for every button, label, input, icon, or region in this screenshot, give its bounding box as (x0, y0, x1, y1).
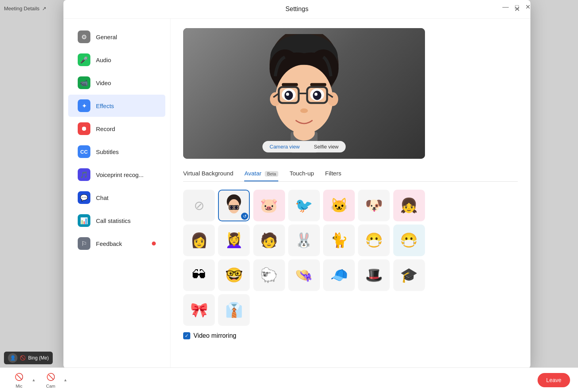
avatar-cell-pug[interactable]: 🐶 (358, 190, 390, 221)
general-icon: ⚙ (78, 30, 90, 43)
avatar-cell-fluffy[interactable]: 🐑 (253, 259, 285, 291)
avatar-cell-bird[interactable]: 🐦 (288, 190, 320, 221)
sidebar-item-feedback[interactable]: ⚐ Feedback (68, 232, 165, 255)
sidebar-label-callstats: Call statistics (96, 217, 131, 224)
avatar-cell-dark-girl[interactable]: 👩 (183, 225, 215, 256)
sidebar-item-video[interactable]: 📹 Video (68, 72, 165, 94)
svg-point-16 (285, 91, 293, 100)
avatar-cell-glasses[interactable]: 🤓 (218, 259, 250, 291)
effects-tabs: Virtual Background Avatar Beta Touch-up … (183, 167, 518, 182)
feedback-notification-badge (152, 242, 156, 245)
callstats-icon: 📊 (78, 214, 90, 227)
maximize-button[interactable]: □ (515, 4, 519, 11)
sidebar-label-general: General (96, 34, 117, 40)
chat-icon: 💬 (78, 191, 90, 204)
window-content: ⚙ General 🎤 Audio 📹 Video ✦ Effects ⏺ Re… (63, 19, 530, 368)
main-content: Camera view Selfie view Virtual Backgrou… (170, 19, 530, 368)
avatar-cell-cat[interactable]: 🐈 (323, 225, 355, 256)
sidebar-item-effects[interactable]: ✦ Effects (68, 95, 165, 117)
tab-avatar[interactable]: Avatar Beta (244, 167, 278, 181)
share-icon: ↗ (42, 6, 46, 11)
sidebar-label-effects: Effects (96, 103, 114, 109)
mic-arrow[interactable]: ▲ (30, 376, 37, 384)
video-mirroring-checkbox[interactable]: ✓ (183, 332, 190, 339)
sidebar: ⚙ General 🎤 Audio 📹 Video ✦ Effects ⏺ Re… (63, 19, 170, 368)
tab-virtual-background[interactable]: Virtual Background (183, 167, 233, 181)
avatar-preview (183, 28, 425, 159)
mic-label: Mic (15, 384, 22, 388)
sidebar-label-feedback: Feedback (96, 240, 122, 247)
window-controls: — □ ✕ (502, 3, 530, 11)
voiceprint-icon: 🎵 (78, 168, 90, 181)
sidebar-label-record: Record (96, 126, 115, 132)
avatar-cell-bun-girl[interactable]: 💆‍♀️ (218, 225, 250, 256)
camera-view-button[interactable]: Camera view (262, 141, 307, 152)
feedback-icon: ⚐ (78, 237, 90, 250)
cam-arrow[interactable]: ▲ (62, 376, 69, 384)
sidebar-item-callstats[interactable]: 📊 Call statistics (68, 209, 165, 232)
avatar-cell-bunny[interactable]: 🐰 (288, 225, 320, 256)
sidebar-item-audio[interactable]: 🎤 Audio (68, 49, 165, 71)
avatar-cell-girl[interactable]: 👧 (393, 190, 425, 221)
avatar-cell-hat2[interactable]: 🧢 (323, 259, 355, 291)
sidebar-item-record[interactable]: ⏺ Record (68, 118, 165, 140)
avatar-none[interactable]: ⊘ (183, 190, 215, 221)
avatar-grid: ⊘ ↺ 🐷 🐦 🐱 🐶 👧 (183, 190, 425, 326)
sidebar-item-voiceprint[interactable]: 🎵 Voiceprint recog... (68, 164, 165, 186)
subtitles-icon: CC (78, 145, 90, 158)
preview-view-controls: Camera view Selfie view (262, 141, 346, 152)
meeting-details-label: Meeting Details (4, 6, 40, 11)
sidebar-item-chat[interactable]: 💬 Chat (68, 186, 165, 209)
sidebar-item-general[interactable]: ⚙ General (68, 26, 165, 48)
svg-point-18 (286, 93, 289, 96)
avatar-cell-mask1[interactable]: 😷 (358, 225, 390, 256)
video-mirroring-label: Video mirroring (193, 332, 236, 339)
refresh-icon: ↺ (241, 213, 248, 220)
svg-point-17 (313, 91, 321, 100)
audio-icon: 🎤 (78, 53, 90, 66)
avatar-cell-grad[interactable]: 🎓 (393, 259, 425, 291)
leave-button[interactable]: Leave (538, 373, 570, 387)
user-muted-mic-icon: 🚫 (20, 355, 26, 361)
record-icon: ⏺ (78, 122, 90, 135)
sidebar-label-subtitles: Subtitles (96, 148, 119, 155)
sidebar-item-subtitles[interactable]: CC Subtitles (68, 141, 165, 163)
svg-point-20 (300, 108, 308, 113)
svg-point-22 (293, 125, 315, 141)
selfie-view-button[interactable]: Selfie view (307, 141, 346, 152)
svg-point-28 (235, 206, 238, 209)
settings-title: Settings (285, 6, 308, 13)
sidebar-label-voiceprint: Voiceprint recog... (96, 171, 144, 178)
cam-muted-icon: 🚫 (45, 371, 56, 382)
user-name-label: Bing (Me) (28, 355, 49, 361)
svg-rect-7 (282, 83, 298, 86)
tab-touchup[interactable]: Touch-up (289, 167, 314, 181)
avatar-cell-pig[interactable]: 🐷 (253, 190, 285, 221)
tab-filters[interactable]: Filters (325, 167, 341, 181)
avatar-cell-boy2[interactable]: 🧑 (253, 225, 285, 256)
app-close-button[interactable]: ✕ (525, 3, 530, 11)
sidebar-label-audio: Audio (96, 57, 111, 63)
mic-button[interactable]: 🚫 Mic (8, 370, 30, 390)
avatar-svg (253, 34, 356, 153)
camera-label: Cam (46, 384, 55, 388)
bottom-bar: 🚫 Mic ▲ 🚫 Cam ▲ Leave (0, 367, 578, 392)
settings-window: Settings ✕ ⚙ General 🎤 Audio 📹 Video ✦ (63, 0, 530, 368)
avatar-cell-pixel[interactable]: 🕶 (183, 259, 215, 291)
title-bar: Settings ✕ (63, 0, 530, 19)
avatar-cell-1[interactable]: ↺ (218, 190, 250, 221)
avatar-preview-container: Camera view Selfie view (183, 28, 425, 159)
effects-icon: ✦ (78, 99, 90, 112)
camera-button[interactable]: 🚫 Cam (40, 370, 62, 390)
minimize-button[interactable]: — (502, 4, 509, 11)
user-chip: 👤 🚫 Bing (Me) (4, 352, 53, 364)
svg-point-19 (314, 93, 318, 96)
avatar-cell-bowtie[interactable]: 🎀 (183, 294, 215, 326)
meeting-details-bar[interactable]: Meeting Details ↗ (4, 6, 46, 11)
avatar-cell-tie[interactable]: 👔 (218, 294, 250, 326)
avatar-cell-mask2[interactable]: 😷 (393, 225, 425, 256)
svg-point-27 (230, 206, 233, 209)
avatar-cell-hat1[interactable]: 👒 (288, 259, 320, 291)
avatar-cell-pink-cat[interactable]: 🐱 (323, 190, 355, 221)
avatar-cell-cap[interactable]: 🎩 (358, 259, 390, 291)
